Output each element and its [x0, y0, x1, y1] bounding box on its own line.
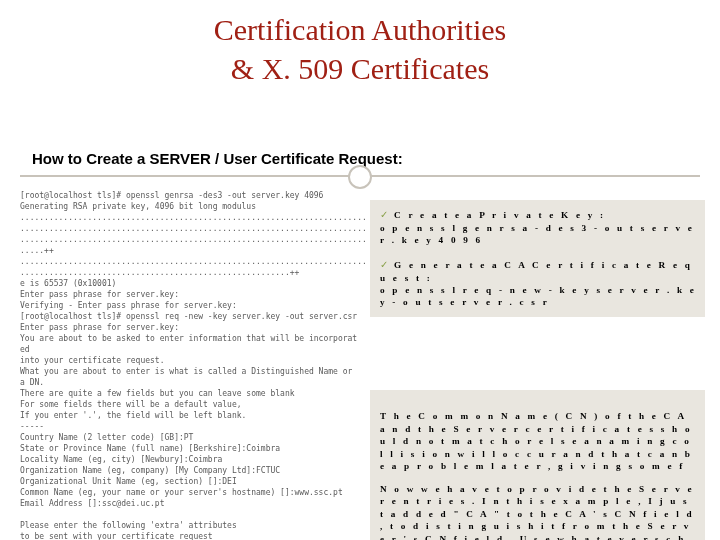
panel-server-entries-note: N o w w e h a v e t o p r o v i d e t h … [370, 475, 705, 540]
checkmark-icon: ✓ [380, 209, 389, 220]
panel1-command: o p e n s s l g e n r s a - d e s 3 - o … [380, 223, 693, 245]
slide: Certification Authorities & X. 509 Certi… [0, 0, 720, 540]
section-heading: How to Create a SERVER / User Certificat… [32, 150, 403, 167]
slide-title: Certification Authorities & X. 509 Certi… [0, 0, 720, 88]
panel2-heading: G e n e r a t e a C A C e r t i f i c a … [380, 260, 691, 283]
title-line-1: Certification Authorities [214, 13, 506, 46]
title-line-2: & X. 509 Certificates [231, 52, 489, 85]
checkmark-icon: ✓ [380, 259, 389, 270]
panel2-command: o p e n s s l r e q - n e w - k e y s e … [380, 285, 695, 307]
panel4-text: N o w w e h a v e t o p r o v i d e t h … [380, 484, 693, 540]
panel1-heading: C r e a t e a P r i v a t e K e y : [394, 210, 604, 220]
terminal-output: [root@localhost tls]# openssl genrsa -de… [20, 190, 360, 540]
decorative-circle-icon [348, 165, 372, 189]
panel-create-private-key: ✓C r e a t e a P r i v a t e K e y : o p… [370, 200, 705, 254]
panel-generate-ca-request: ✓G e n e r a t e a C A C e r t i f i c a… [370, 250, 705, 317]
